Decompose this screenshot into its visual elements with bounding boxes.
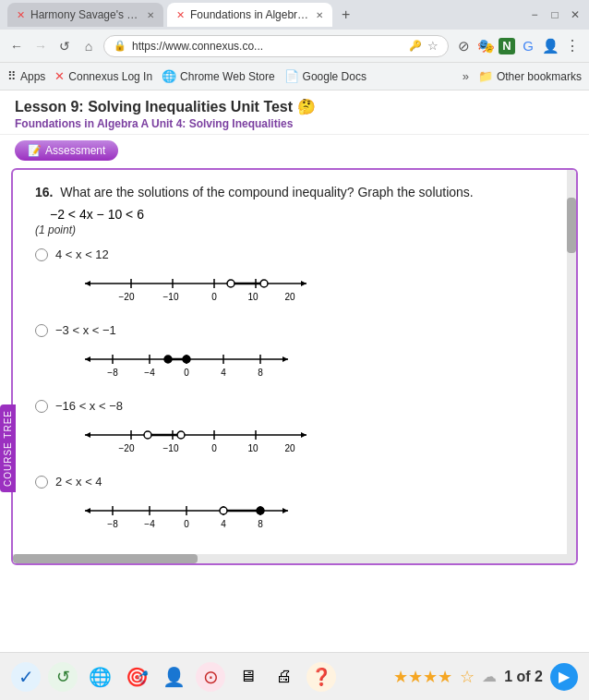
option-d[interactable]: 2 < x < 4 −8 −4 [35,475,554,545]
back-button[interactable]: ← [7,39,26,54]
profile-icon[interactable]: 👤 [541,38,559,54]
number-line-c: −20 −10 0 10 20 [76,418,316,460]
bookmarks-more[interactable]: » [463,69,469,83]
lock-icon: 🔒 [114,40,126,52]
tab-2-label: Foundations in Algebra A [190,8,310,21]
help-icon[interactable]: ❓ [307,662,336,692]
svg-text:0: 0 [211,443,217,453]
svg-text:−20: −20 [119,292,135,302]
other-bookmarks-icon: 📁 [478,69,493,83]
lesson-title: Lesson 9: Solving Inequalities Unit Test… [15,98,574,115]
question-body: What are the solutions of the compound i… [60,185,474,199]
bookmark-connexus[interactable]: ✕ Connexus Log In [54,69,152,83]
horizontal-scrollbar[interactable] [13,554,567,563]
maximize-button[interactable]: □ [548,8,561,21]
inequality-expression: −2 < 4x − 10 < 6 [50,207,554,222]
svg-point-30 [183,356,190,363]
option-d-text: 2 < x < 4 [55,475,297,489]
scrollbar-thumb-h[interactable] [13,554,198,563]
check-icon[interactable]: ✓ [11,662,41,692]
vertical-scrollbar[interactable] [567,170,576,563]
new-tab-button[interactable]: + [336,6,355,23]
monitor-icon[interactable]: 🖥 [233,662,262,692]
bookmark-apps[interactable]: ⠿ Apps [7,69,45,83]
svg-text:0: 0 [184,368,189,378]
svg-text:−4: −4 [144,368,155,378]
svg-point-60 [220,507,227,514]
nav-ext-1: ⊘ [454,38,473,54]
radio-d[interactable] [35,476,48,489]
svg-text:−10: −10 [163,292,179,302]
svg-text:10: 10 [247,443,258,453]
home-button[interactable]: ⌂ [79,39,98,54]
course-tree-tab[interactable]: COURSE TREE [0,404,16,492]
number-line-a: −20 −10 0 10 20 [76,267,316,308]
question-number: 16. [35,185,53,199]
svg-marker-2 [85,281,90,286]
assessment-label: Assessment [45,144,105,157]
next-button[interactable]: ▶ [550,663,578,691]
radio-a[interactable] [35,248,48,261]
address-bar[interactable]: 🔒 https://www.connexus.co... 🔑 ☆ [103,35,449,57]
minimize-button[interactable]: − [528,8,541,21]
points-label: (1 point) [35,223,554,236]
svg-point-13 [227,280,234,287]
svg-marker-47 [282,508,288,513]
tab-1[interactable]: ✕ Harmony Savage's Home ✕ [7,3,163,27]
refresh-button[interactable]: ↺ [55,39,74,54]
star-icon[interactable]: ☆ [427,39,439,53]
tab-2[interactable]: ✕ Foundations in Algebra A ✕ [167,3,332,27]
bottom-toolbar: ✓ ↺ 🌐 🎯 👤 ⊙ 🖥 🖨 ❓ ★★★★ ☆ ☁ 1 of 2 ▶ [0,652,589,700]
assessment-button[interactable]: 📝 Assessment [15,140,118,161]
radio-c[interactable] [35,400,48,413]
svg-point-45 [177,431,185,439]
print-icon[interactable]: 🖨 [270,662,299,692]
svg-text:20: 20 [284,443,295,453]
window-controls: − □ ✕ [528,8,582,21]
refresh-icon[interactable]: ↺ [48,662,78,692]
cloud-icon: ☁ [482,668,497,685]
tab-1-close[interactable]: ✕ [147,10,154,20]
close-button[interactable]: ✕ [569,8,582,21]
svg-text:−8: −8 [107,519,118,529]
svg-point-14 [260,280,268,287]
number-line-b: −8 −4 0 4 8 [76,343,297,384]
option-c[interactable]: −16 < x < −8 −20 −10 0 [35,399,554,469]
circle-target-icon[interactable]: ⊙ [196,662,225,692]
radio-b[interactable] [35,324,48,337]
page-text: 1 of 2 [504,669,543,685]
svg-text:0: 0 [184,519,189,529]
globe-icon[interactable]: 🌐 [85,662,114,692]
person-icon[interactable]: 👤 [159,662,188,692]
page-content: Lesson 9: Solving Inequalities Unit Test… [0,91,589,652]
apps-label: Apps [20,70,45,83]
chrome-store-icon: 🌐 [162,69,176,83]
svg-text:8: 8 [258,368,263,378]
menu-icon[interactable]: ⋮ [563,37,582,54]
svg-text:−8: −8 [107,368,118,378]
tab-2-close[interactable]: ✕ [316,10,323,20]
connexus-icon: ✕ [54,69,65,83]
key-icon: 🔑 [409,40,422,52]
forward-button[interactable]: → [31,39,50,54]
option-a[interactable]: 4 < x < 12 [35,247,554,318]
svg-text:−10: −10 [163,443,179,453]
option-b[interactable]: −3 < x < −1 −8 [35,323,554,393]
scrollbar-thumb-v[interactable] [567,198,576,253]
bookmark-chrome-store[interactable]: 🌐 Chrome Web Store [162,69,275,83]
bookmark-google-docs[interactable]: 📄 Google Docs [284,69,367,83]
rating-star-empty: ☆ [460,667,475,687]
google-docs-icon: 📄 [284,69,299,83]
svg-text:10: 10 [247,292,258,302]
chrome-store-label: Chrome Web Store [180,70,275,83]
nav-bar: ← → ↺ ⌂ 🔒 https://www.connexus.co... 🔑 ☆… [0,30,589,63]
bookmark-other[interactable]: 📁 Other bookmarks [478,69,582,83]
svg-marker-16 [282,356,288,362]
page-indicator: ★★★★ ☆ ☁ 1 of 2 ▶ [393,663,578,691]
tab-2-icon: ✕ [176,9,185,21]
quiz-container: 16. What are the solutions of the compou… [11,168,578,565]
lesson-header: Lesson 9: Solving Inequalities Unit Test… [0,91,589,135]
option-c-text: −16 < x < −8 [55,399,316,413]
bookmarks-bar: ⠿ Apps ✕ Connexus Log In 🌐 Chrome Web St… [0,63,589,91]
target-icon[interactable]: 🎯 [122,662,151,692]
